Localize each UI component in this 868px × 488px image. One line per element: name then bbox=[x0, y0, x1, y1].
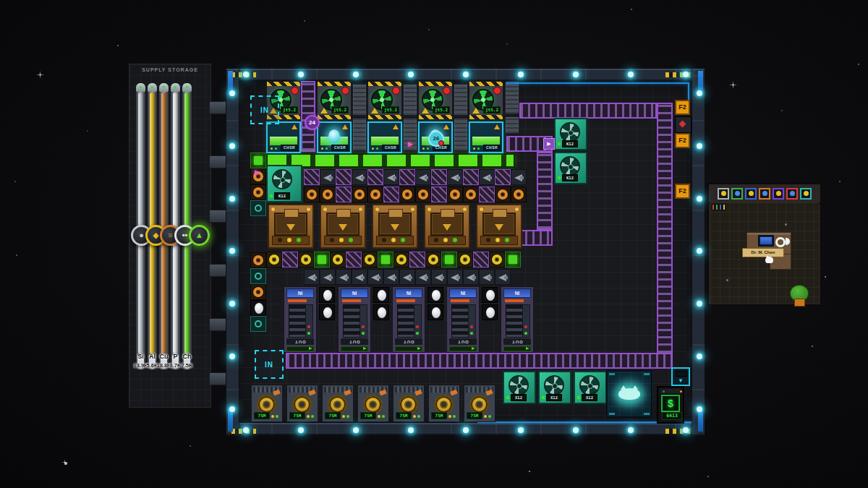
hatchery-machine[interactable]: jt5.2 bbox=[418, 81, 453, 120]
conveyor-belt[interactable] bbox=[657, 103, 673, 369]
tile-lamp bbox=[229, 354, 235, 359]
resource-glyph: ● bbox=[139, 231, 144, 239]
input-zone-top[interactable]: IN bbox=[250, 95, 279, 124]
tile-jet bbox=[463, 269, 479, 285]
tile-lamp bbox=[298, 427, 304, 433]
conveyor-belt[interactable] bbox=[519, 103, 657, 119]
printer-machine[interactable]: IN OUT bbox=[284, 286, 317, 353]
status-dots bbox=[484, 415, 487, 418]
tube-cap bbox=[148, 83, 157, 92]
hatchery-machine[interactable]: jt5.2 bbox=[317, 81, 352, 120]
hazard-stripe bbox=[469, 115, 503, 119]
generator-machine[interactable]: 75M bbox=[286, 385, 318, 422]
gear-row-yellow bbox=[266, 252, 521, 267]
washer-machine[interactable]: CHSR bbox=[266, 121, 301, 153]
fan-machine[interactable]: K12 bbox=[554, 152, 587, 184]
wrench-icon bbox=[414, 390, 422, 396]
washer-machine[interactable]: CHSR bbox=[367, 121, 402, 153]
toolbar-slot[interactable] bbox=[773, 188, 784, 200]
tile-conv bbox=[346, 252, 362, 267]
status-dot bbox=[270, 194, 273, 197]
panel-tile bbox=[505, 81, 519, 114]
toolbar-slot[interactable] bbox=[759, 188, 770, 200]
wall-lamps-left bbox=[229, 90, 235, 412]
generator-machine[interactable]: 75M bbox=[393, 385, 425, 422]
printer-machine[interactable]: IN OUT bbox=[446, 286, 480, 353]
tile-gear-o bbox=[367, 187, 383, 202]
filter-tag[interactable]: F2 bbox=[675, 133, 690, 148]
chest-lid bbox=[284, 209, 299, 218]
printer-row: IN OUT IN OUT IN OUT IN OUT bbox=[284, 286, 534, 353]
wall-lamps-bottom bbox=[243, 427, 689, 433]
tile-conv bbox=[367, 169, 383, 185]
machine-lcd: X12 bbox=[546, 394, 562, 401]
storage-chest[interactable] bbox=[268, 204, 314, 249]
machine-lcd: 75M bbox=[467, 412, 482, 419]
generator-machine[interactable]: 75M bbox=[428, 385, 460, 422]
egg-item bbox=[328, 129, 340, 143]
chest-base bbox=[324, 236, 362, 245]
map-speck bbox=[726, 279, 728, 281]
collector-machine[interactable]: X12 bbox=[574, 371, 607, 404]
storage-chest[interactable] bbox=[320, 204, 366, 249]
alert-badge bbox=[493, 87, 501, 95]
collector-machine[interactable]: X12 bbox=[538, 371, 571, 404]
conveyor-belt[interactable] bbox=[286, 353, 673, 369]
resource-chip-icon[interactable]: ▲ bbox=[189, 225, 210, 246]
washer-machine[interactable]: CHSR bbox=[317, 121, 352, 153]
splitter-device[interactable] bbox=[505, 81, 519, 134]
machine-lcd: 75M bbox=[325, 412, 341, 419]
slot-icon bbox=[749, 191, 754, 196]
conveyor-belt[interactable] bbox=[537, 152, 553, 230]
tile-teal bbox=[250, 200, 266, 216]
fan-machine[interactable]: K12 bbox=[266, 165, 302, 202]
hatchery-row: jt5.2 jt5.2 jt5.2 jt5.2 bbox=[266, 81, 503, 120]
generator-machine[interactable]: 75M bbox=[251, 385, 283, 422]
storage-chest[interactable] bbox=[372, 204, 418, 249]
filter-tag[interactable]: F2 bbox=[675, 184, 690, 199]
washer-machine[interactable]: CHSR bbox=[469, 121, 503, 153]
cat-charging-pad[interactable] bbox=[606, 370, 652, 418]
tile-lamp bbox=[518, 427, 524, 433]
hatchery-machine[interactable]: jt5.2 bbox=[367, 81, 402, 120]
toolbar-slot[interactable] bbox=[745, 188, 757, 200]
generator-machine[interactable]: 75M bbox=[357, 385, 389, 422]
minimap-panel[interactable]: Dr. M. Chen bbox=[707, 183, 822, 306]
toolbar-slot[interactable] bbox=[718, 188, 729, 200]
tile-green bbox=[378, 252, 393, 267]
hazard-stripe bbox=[419, 115, 452, 119]
side-tile-column bbox=[250, 252, 266, 332]
printer-rack bbox=[397, 304, 414, 338]
fan-machine[interactable]: K12 bbox=[554, 118, 587, 150]
bolt-icon bbox=[359, 207, 362, 211]
input-zone-bottom[interactable]: IN bbox=[255, 350, 284, 379]
generator-machine[interactable]: 75M bbox=[322, 385, 354, 422]
star-sparkle bbox=[36, 71, 44, 79]
money-machine[interactable]: $ 6413 bbox=[657, 386, 684, 424]
washer-row: CHSR CHSR CHSR CHSR CHSR bbox=[266, 121, 503, 153]
toolbar-slot[interactable] bbox=[786, 188, 798, 200]
printer-machine[interactable]: IN OUT bbox=[501, 286, 534, 353]
printer-in-label: IN bbox=[286, 288, 314, 298]
direction-arrow-icon: ▶ bbox=[255, 168, 260, 176]
tile-jet bbox=[352, 269, 367, 285]
pad-corner-mark bbox=[609, 373, 615, 375]
green-conveyor-belt[interactable] bbox=[266, 153, 515, 168]
generator-machine[interactable]: 75M bbox=[464, 385, 495, 422]
slot-icon bbox=[735, 191, 740, 196]
bolt-icon bbox=[463, 207, 467, 211]
filter-tag[interactable]: F2 bbox=[675, 100, 690, 115]
tile-lamp bbox=[353, 427, 359, 433]
hatchery-machine[interactable]: jt5.2 bbox=[469, 81, 503, 120]
status-dots bbox=[321, 147, 323, 150]
output-chute[interactable] bbox=[671, 367, 690, 386]
tile-green bbox=[441, 252, 457, 267]
collector-machine[interactable]: X12 bbox=[503, 371, 536, 404]
toolbar-slot[interactable] bbox=[800, 188, 812, 200]
storage-chest[interactable] bbox=[476, 204, 522, 249]
toolbar-slot[interactable] bbox=[731, 188, 743, 200]
tile-gear-y bbox=[266, 252, 282, 267]
printer-machine[interactable]: IN OUT bbox=[338, 286, 371, 353]
printer-machine[interactable]: IN OUT bbox=[392, 286, 425, 353]
storage-chest[interactable] bbox=[424, 204, 470, 249]
